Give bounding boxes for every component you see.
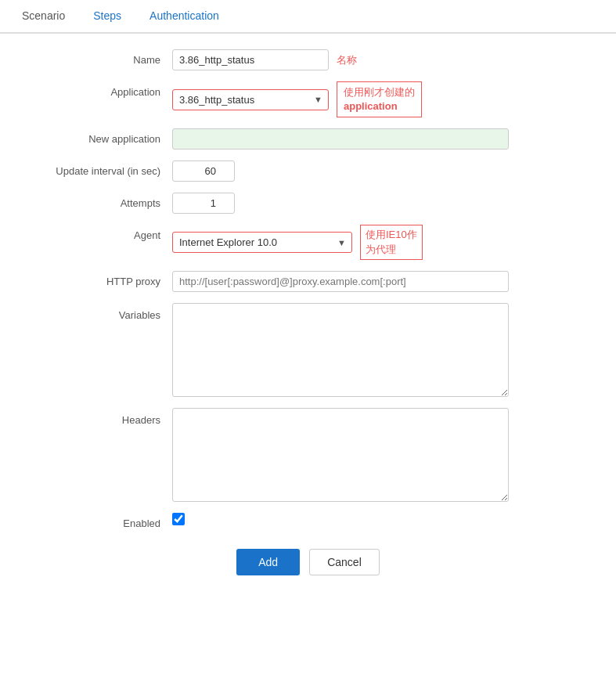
variables-row: Variables <box>31 303 585 397</box>
tab-authentication[interactable]: Authentication <box>135 0 233 34</box>
variables-control-wrap <box>172 303 585 397</box>
attempts-input[interactable] <box>172 193 235 214</box>
http-proxy-control-wrap <box>172 271 585 292</box>
new-application-row: New application <box>31 128 585 150</box>
application-row: Application 3.86_http_status ▼ 使用刚才创建的 a… <box>31 81 585 117</box>
enabled-label: Enabled <box>31 513 172 529</box>
application-select-wrapper: 3.86_http_status ▼ <box>172 89 329 110</box>
update-interval-row: Update interval (in sec) <box>31 160 585 182</box>
agent-label: Agent <box>31 225 172 241</box>
headers-label: Headers <box>31 408 172 426</box>
add-button[interactable]: Add <box>236 549 300 575</box>
variables-textarea[interactable] <box>172 303 509 397</box>
attempts-label: Attempts <box>31 193 172 209</box>
http-proxy-label: HTTP proxy <box>31 271 172 287</box>
new-application-input[interactable] <box>172 128 509 150</box>
new-application-control-wrap <box>172 128 585 150</box>
form-container: Name 名称 Application 3.86_http_status ▼ 使… <box>0 34 616 615</box>
enabled-checkbox[interactable] <box>172 513 185 525</box>
attempts-row: Attempts <box>31 193 585 214</box>
update-interval-label: Update interval (in sec) <box>31 160 172 177</box>
tab-steps[interactable]: Steps <box>79 0 135 34</box>
tab-bar: Scenario Steps Authentication <box>0 0 616 34</box>
agent-control-wrap: Internet Explorer 10.0 Firefox Chrome Sa… <box>172 225 585 259</box>
name-input[interactable] <box>172 49 329 70</box>
agent-annotation: 使用IE10作 为代理 <box>360 225 423 259</box>
new-application-label: New application <box>31 128 172 145</box>
application-label: Application <box>31 81 172 98</box>
http-proxy-row: HTTP proxy <box>31 271 585 292</box>
agent-select-wrapper: Internet Explorer 10.0 Firefox Chrome Sa… <box>172 232 352 253</box>
agent-row: Agent Internet Explorer 10.0 Firefox Chr… <box>31 225 585 259</box>
application-control-wrap: 3.86_http_status ▼ 使用刚才创建的 application <box>172 81 585 117</box>
application-annotation: 使用刚才创建的 application <box>337 81 422 117</box>
headers-textarea[interactable] <box>172 408 509 502</box>
name-annotation: 名称 <box>337 53 357 67</box>
update-interval-control-wrap <box>172 160 585 182</box>
update-interval-input[interactable] <box>172 160 235 182</box>
variables-label: Variables <box>31 303 172 321</box>
agent-select[interactable]: Internet Explorer 10.0 Firefox Chrome Sa… <box>172 232 352 253</box>
http-proxy-input[interactable] <box>172 271 509 292</box>
enabled-row: Enabled <box>31 513 585 529</box>
name-control-wrap: 名称 <box>172 49 585 70</box>
name-row: Name 名称 <box>31 49 585 70</box>
headers-row: Headers <box>31 408 585 502</box>
enabled-control-wrap <box>172 513 585 525</box>
name-label: Name <box>31 49 172 66</box>
attempts-control-wrap <box>172 193 585 214</box>
cancel-button[interactable]: Cancel <box>309 549 380 575</box>
application-select[interactable]: 3.86_http_status <box>172 89 329 110</box>
button-row: Add Cancel <box>31 549 585 599</box>
headers-control-wrap <box>172 408 585 502</box>
tab-scenario[interactable]: Scenario <box>8 0 79 34</box>
